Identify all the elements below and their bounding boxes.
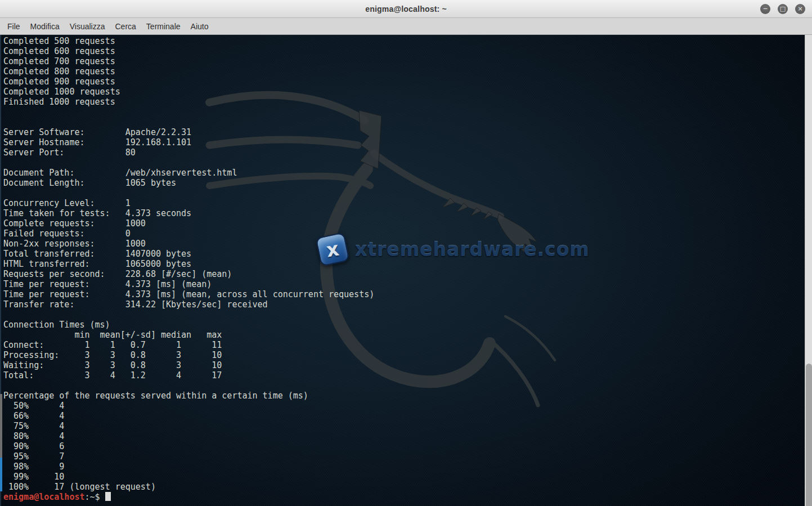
terminal-line: Non-2xx responses: 1000 <box>3 239 801 249</box>
terminal-line: Waiting: 3 3 0.8 3 10 <box>3 360 801 370</box>
terminal-line <box>3 380 801 391</box>
terminal-line: min mean[+/-sd] median max <box>3 330 801 340</box>
terminal-cursor <box>105 492 111 501</box>
prompt-user-host: enigma@localhost <box>3 492 85 502</box>
terminal-line: 99% 10 <box>3 472 801 482</box>
terminal-line: Time taken for tests: 4.373 seconds <box>3 208 801 218</box>
menubar: File Modifica Visualizza Cerca Terminale… <box>0 18 812 35</box>
menu-edit[interactable]: Modifica <box>25 20 65 33</box>
terminal-line: Failed requests: 0 <box>3 229 801 239</box>
terminal-line: Transfer rate: 314.22 [Kbytes/sec] recei… <box>3 299 801 310</box>
maximize-icon: □ <box>778 4 788 14</box>
window-controls: − □ × <box>760 0 805 17</box>
titlebar[interactable]: enigma@localhost: ~ − □ × <box>0 0 812 18</box>
terminal-line: 50% 4 <box>3 401 801 411</box>
terminal-line: 90% 6 <box>3 441 801 451</box>
terminal-line <box>3 158 801 168</box>
menu-help[interactable]: Aiuto <box>186 20 214 33</box>
minimize-button[interactable]: − <box>760 4 770 14</box>
menu-view[interactable]: Visualizza <box>65 20 110 33</box>
terminal-line: Total: 3 4 1.2 4 17 <box>3 370 801 380</box>
terminal-line: Total transferred: 1407000 bytes <box>3 249 801 259</box>
terminal-line: Complete requests: 1000 <box>3 218 801 229</box>
terminal-line: Completed 1000 requests <box>3 87 801 97</box>
terminal-line: Time per request: 4.373 [ms] (mean) <box>3 279 801 289</box>
window-title: enigma@localhost: ~ <box>365 5 447 14</box>
terminal-line <box>3 188 801 198</box>
prompt-line: enigma@localhost:~$ <box>3 492 801 502</box>
terminal-line: Time per request: 4.373 [ms] (mean, acro… <box>3 289 801 299</box>
terminal-line: Connection Times (ms) <box>3 320 801 330</box>
terminal-line <box>3 117 801 127</box>
terminal-line: Concurrency Level: 1 <box>3 198 801 208</box>
terminal-line <box>3 107 801 117</box>
terminal-line: Completed 800 requests <box>3 66 801 77</box>
menu-terminal[interactable]: Terminale <box>141 20 186 33</box>
terminal-line: Finished 1000 requests <box>3 97 801 107</box>
terminal-screen[interactable]: x xtremehardware.com Completed 500 reque… <box>0 35 812 506</box>
scrollbar[interactable] <box>805 35 812 506</box>
terminal-output: Completed 500 requestsCompleted 600 requ… <box>3 36 801 502</box>
terminal-line: Completed 500 requests <box>3 36 801 46</box>
terminal-line: Document Length: 1065 bytes <box>3 178 801 188</box>
terminal-line <box>3 310 801 320</box>
terminal-line: Server Software: Apache/2.2.31 <box>3 127 801 137</box>
terminal-line: Completed 600 requests <box>3 46 801 56</box>
scrollbar-thumb[interactable] <box>806 364 812 506</box>
terminal-line: Processing: 3 3 0.8 3 10 <box>3 350 801 360</box>
prompt-suffix: :~$ <box>85 492 100 502</box>
close-button[interactable]: × <box>795 4 805 14</box>
terminal-line: Completed 900 requests <box>3 77 801 87</box>
output-lines: Completed 500 requestsCompleted 600 requ… <box>3 36 801 492</box>
maximize-button[interactable]: □ <box>778 4 788 14</box>
terminal-line: Percentage of the requests served within… <box>3 391 801 401</box>
close-icon: × <box>795 4 805 14</box>
minimize-icon: − <box>760 4 770 14</box>
terminal-line: 66% 4 <box>3 411 801 421</box>
terminal-line: Requests per second: 228.68 [#/sec] (mea… <box>3 269 801 279</box>
terminal-line: Connect: 1 1 0.7 1 11 <box>3 340 801 350</box>
menu-search[interactable]: Cerca <box>110 20 141 33</box>
terminal-line: Completed 700 requests <box>3 56 801 66</box>
terminal-line: Document Path: /web/xhservertest.html <box>3 168 801 178</box>
menu-file[interactable]: File <box>2 20 25 33</box>
terminal-line: Server Hostname: 192.168.1.101 <box>3 137 801 147</box>
left-scroll-marker-gray <box>0 394 2 458</box>
terminal-line: 98% 9 <box>3 462 801 472</box>
terminal-window: enigma@localhost: ~ − □ × File Modifica … <box>0 0 812 506</box>
terminal-line: Server Port: 80 <box>3 147 801 158</box>
terminal-line: 100% 17 (longest request) <box>3 482 801 492</box>
left-scroll-marker-blue <box>0 458 2 491</box>
terminal-line: HTML transferred: 1065000 bytes <box>3 259 801 269</box>
terminal-line: 75% 4 <box>3 421 801 431</box>
terminal-line: 95% 7 <box>3 451 801 462</box>
terminal-line: 80% 4 <box>3 431 801 441</box>
